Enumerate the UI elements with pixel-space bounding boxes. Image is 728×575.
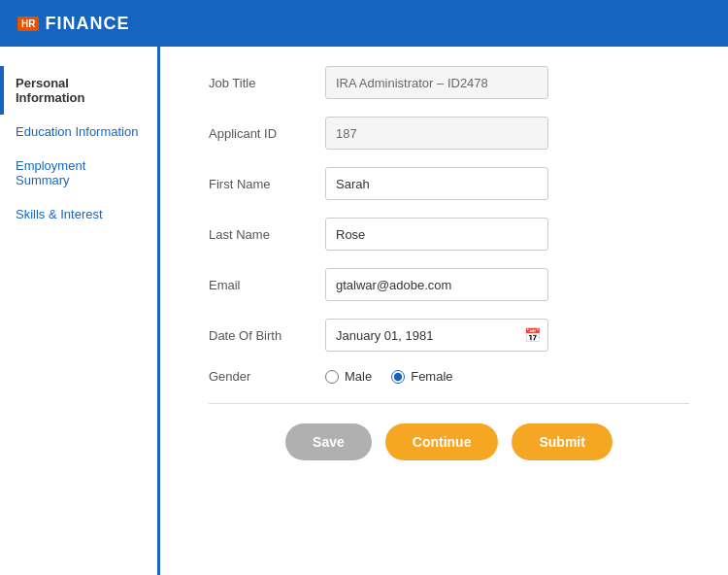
sidebar-item-education[interactable]: Education Information [0,115,157,149]
logo-text: FINANCE [45,14,129,34]
job-title-row: Job Title [209,66,689,99]
first-name-label: First Name [209,177,325,191]
gender-male-option[interactable]: Male [325,369,372,384]
gender-female-label: Female [411,369,452,384]
gender-label: Gender [209,369,325,384]
applicant-id-label: Applicant ID [209,126,325,141]
email-label: Email [209,278,325,292]
applicant-id-row: Applicant ID [209,117,689,150]
form-content: Job Title Applicant ID First Name Last N… [160,47,728,575]
logo: HR FINANCE [17,14,129,34]
form-divider [209,403,689,404]
dob-row: Date Of Birth 📅 [209,319,689,352]
gender-female-option[interactable]: Female [391,369,452,384]
submit-button[interactable]: Submit [512,423,612,460]
save-button[interactable]: Save [285,423,372,460]
first-name-input[interactable] [325,167,548,200]
dob-input[interactable] [325,319,548,352]
last-name-label: Last Name [209,227,325,242]
email-input[interactable] [325,268,548,301]
sidebar-item-personal[interactable]: Personal Information [0,66,157,115]
sidebar-item-employment[interactable]: Employment Summary [0,149,157,197]
gender-male-radio[interactable] [325,370,339,384]
app-header: HR FINANCE [0,0,728,47]
sidebar: Personal Information Education Informati… [0,47,160,575]
gender-row: Gender Male Female [209,369,689,384]
job-title-input[interactable] [325,66,548,99]
job-title-label: Job Title [209,76,325,90]
dob-wrapper: 📅 [325,319,548,352]
logo-box: HR [17,17,39,31]
sidebar-item-skills[interactable]: Skills & Interest [0,197,157,231]
last-name-row: Last Name [209,218,689,251]
gender-female-radio[interactable] [391,370,405,384]
last-name-input[interactable] [325,218,548,251]
email-row: Email [209,268,689,301]
gender-group: Male Female [325,369,453,384]
applicant-id-input[interactable] [325,117,548,150]
gender-male-label: Male [345,369,372,384]
continue-button[interactable]: Continue [385,423,499,460]
dob-label: Date Of Birth [209,328,325,343]
first-name-row: First Name [209,167,689,200]
button-row: Save Continue Submit [209,423,689,460]
main-container: Personal Information Education Informati… [0,47,728,575]
